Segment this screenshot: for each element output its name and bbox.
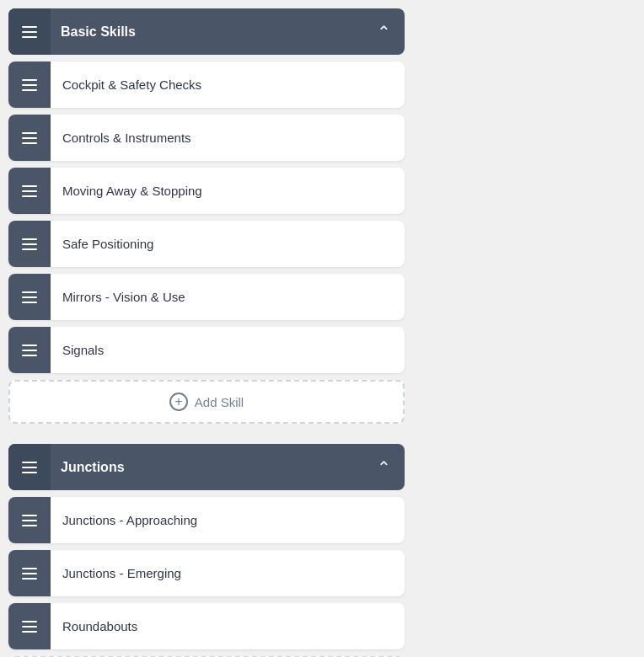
hamburger-icon <box>22 621 37 633</box>
skill-label: Moving Away & Stopping <box>51 184 405 198</box>
hamburger-icon <box>22 185 37 197</box>
skill-label: Cockpit & Safety Checks <box>51 77 405 92</box>
main-container: Basic Skills Cockpit & Safety Checks Con… <box>0 0 413 657</box>
skill-item-junctions-approaching[interactable]: Junctions - Approaching <box>8 497 405 543</box>
skill-label: Roundabouts <box>51 619 405 633</box>
hamburger-icon <box>22 132 37 144</box>
drag-handle-icon <box>8 221 51 267</box>
hamburger-icon <box>22 238 37 250</box>
skill-label: Junctions - Emerging <box>51 566 405 580</box>
add-skill-button-basic-skills[interactable]: + Add Skill <box>8 380 405 424</box>
skill-item-safe-positioning[interactable]: Safe Positioning <box>8 221 405 267</box>
drag-handle-icon <box>8 327 51 373</box>
drag-handle-icon <box>8 444 51 490</box>
hamburger-icon <box>22 515 37 526</box>
hamburger-icon <box>22 568 37 580</box>
skill-item-controls-instruments[interactable]: Controls & Instruments <box>8 115 405 161</box>
section-title: Junctions <box>51 460 362 475</box>
section-header-junctions[interactable]: Junctions <box>8 444 405 490</box>
hamburger-icon <box>22 79 37 91</box>
drag-handle-icon <box>8 61 51 108</box>
drag-handle-icon <box>8 115 51 161</box>
skill-item-roundabouts[interactable]: Roundabouts <box>8 603 405 649</box>
drag-handle-icon <box>8 550 51 596</box>
skill-label: Signals <box>51 343 405 357</box>
drag-handle-icon <box>8 603 51 649</box>
skill-label: Mirrors - Vision & Use <box>51 290 405 304</box>
hamburger-icon <box>22 26 37 38</box>
drag-handle-icon <box>8 8 51 55</box>
drag-handle-icon <box>8 274 51 320</box>
section-gap <box>8 430 405 444</box>
skill-label: Safe Positioning <box>51 237 405 251</box>
skill-item-moving-away[interactable]: Moving Away & Stopping <box>8 168 405 214</box>
skill-label: Junctions - Approaching <box>51 513 405 527</box>
skill-item-cockpit-safety[interactable]: Cockpit & Safety Checks <box>8 61 405 108</box>
drag-handle-icon <box>8 168 51 214</box>
add-skill-label: Add Skill <box>195 395 244 409</box>
skill-item-mirrors-vision[interactable]: Mirrors - Vision & Use <box>8 274 405 320</box>
chevron-up-icon[interactable] <box>362 444 405 490</box>
skill-item-signals[interactable]: Signals <box>8 327 405 373</box>
skill-item-junctions-emerging[interactable]: Junctions - Emerging <box>8 550 405 596</box>
hamburger-icon <box>22 462 37 473</box>
drag-handle-icon <box>8 497 51 543</box>
hamburger-icon <box>22 345 37 356</box>
plus-circle-icon: + <box>169 393 188 411</box>
skill-label: Controls & Instruments <box>51 131 405 145</box>
section-header-basic-skills[interactable]: Basic Skills <box>8 8 405 55</box>
chevron-up-icon[interactable] <box>362 8 405 55</box>
hamburger-icon <box>22 291 37 303</box>
section-title: Basic Skills <box>51 24 362 40</box>
